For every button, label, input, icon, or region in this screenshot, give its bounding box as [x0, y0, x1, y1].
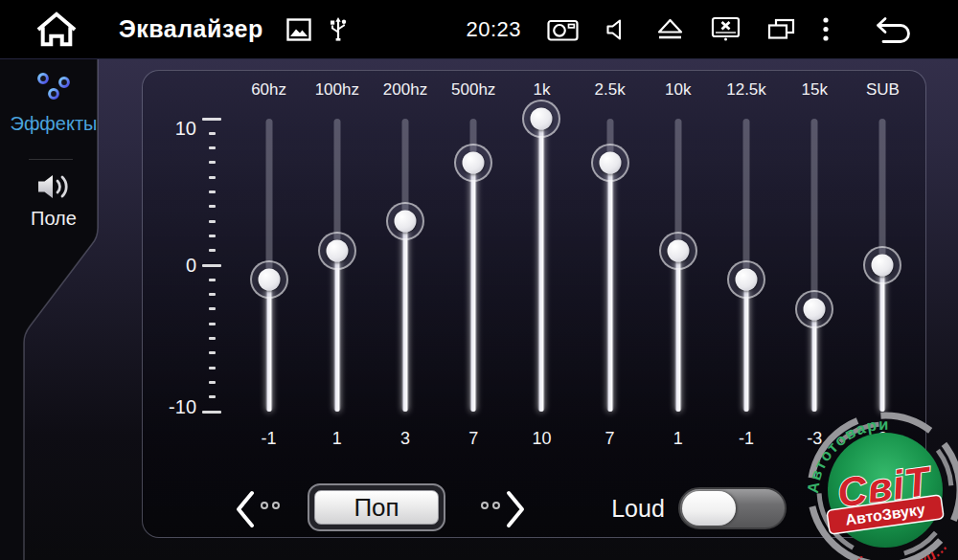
scale-tick	[209, 381, 216, 384]
scale-tick	[209, 351, 216, 354]
band-value-label: -1	[739, 429, 754, 449]
preset-next-dots	[481, 502, 500, 509]
preset-prev-button[interactable]	[234, 489, 257, 533]
band-freq-label: 60hz	[251, 80, 286, 105]
band-slider[interactable]	[657, 119, 699, 412]
store-watermark-logo: Автотовари СвіТ АвтоЗвуку і не тільки...	[801, 406, 958, 560]
eq-band-10k: 10k1	[644, 71, 712, 463]
eq-scale-ticks	[202, 71, 221, 537]
slider-track-active	[471, 163, 476, 412]
slider-thumb[interactable]	[659, 232, 697, 270]
menu-dots-icon[interactable]	[822, 16, 830, 43]
band-freq-label: 2.5k	[595, 80, 626, 105]
sidebar-item-effects[interactable]: Эффекты	[0, 69, 107, 135]
slider-thumb[interactable]	[318, 232, 356, 270]
loud-toggle-knob[interactable]	[682, 491, 736, 526]
slider-thumb-knob	[395, 211, 417, 233]
slider-thumb-knob	[326, 239, 348, 261]
usb-icon[interactable]	[327, 15, 350, 44]
eq-bands: 60hz-1100hz1200hz3500hz71k102.5k710k112.…	[235, 71, 917, 463]
scale-tick	[209, 176, 216, 179]
band-slider[interactable]	[725, 119, 767, 412]
slider-thumb[interactable]	[386, 202, 424, 240]
scale-tick	[209, 337, 216, 340]
loud-toggle[interactable]	[678, 487, 787, 529]
loud-label: Loud	[593, 495, 683, 523]
band-value-label: 1	[673, 429, 683, 449]
band-freq-label: 500hz	[451, 80, 495, 105]
eq-band-1k: 1k10	[508, 71, 576, 463]
sidebar-divider	[29, 159, 73, 160]
band-slider[interactable]	[248, 119, 290, 412]
scale-tick	[202, 411, 221, 414]
back-icon[interactable]	[874, 15, 918, 44]
eq-band-100hz: 100hz1	[303, 71, 371, 463]
band-freq-label: 100hz	[315, 80, 359, 105]
eq-band-15k: 15k-3	[781, 71, 849, 463]
scale-mid-label: 0	[150, 255, 196, 277]
scale-tick	[209, 323, 216, 325]
equalizer-sliders-icon	[37, 69, 70, 105]
preset-next-button[interactable]	[504, 489, 527, 533]
scale-tick	[209, 205, 216, 208]
slider-thumb-knob	[804, 298, 826, 320]
slider-thumb[interactable]	[454, 144, 492, 182]
slider-track-active	[607, 163, 612, 412]
slider-thumb[interactable]	[795, 290, 833, 328]
slider-thumb-knob	[736, 269, 758, 291]
slider-thumb[interactable]	[591, 144, 629, 182]
band-slider[interactable]	[452, 119, 494, 412]
slider-thumb-knob	[599, 151, 621, 173]
preset-button[interactable]: Поп	[308, 483, 445, 531]
sidebar-item-field[interactable]: Поле	[0, 171, 107, 230]
eject-icon[interactable]	[655, 17, 685, 42]
eq-band-SUB: SUB0	[849, 71, 917, 463]
image-icon[interactable]	[286, 18, 311, 41]
sidebar-item-effects-label: Эффекты	[11, 113, 98, 135]
slider-thumb[interactable]	[522, 100, 560, 138]
slider-track-active	[744, 280, 749, 412]
sidebar-item-field-label: Поле	[31, 208, 77, 230]
slider-thumb[interactable]	[863, 246, 901, 284]
band-slider[interactable]	[861, 119, 903, 412]
slider-track-active	[675, 251, 680, 412]
home-icon[interactable]	[33, 10, 80, 50]
band-freq-label: 12.5k	[726, 80, 766, 105]
band-slider[interactable]	[384, 119, 426, 412]
band-value-label: 7	[468, 429, 478, 449]
screen-off-icon[interactable]	[711, 16, 741, 42]
eq-band-2.5k: 2.5k7	[576, 71, 644, 463]
band-freq-label: SUB	[866, 80, 900, 105]
slider-thumb-knob	[872, 255, 894, 277]
band-value-label: 3	[400, 429, 410, 449]
scale-tick	[202, 264, 221, 267]
slider-thumb[interactable]	[250, 260, 288, 299]
band-slider[interactable]	[589, 119, 631, 412]
preset-button-label: Поп	[314, 490, 439, 525]
band-freq-label: 10k	[665, 80, 691, 105]
slider-track-active	[539, 119, 544, 412]
scale-tick	[209, 367, 216, 370]
scale-min-label: -10	[150, 396, 196, 418]
scale-tick	[209, 395, 216, 398]
topbar: Эквалайзер 20:23	[0, 0, 958, 59]
band-slider[interactable]	[793, 119, 835, 412]
band-slider[interactable]	[316, 119, 358, 412]
car-stereo-screen: Эквалайзер 20:23	[0, 0, 958, 560]
camera-icon[interactable]	[547, 17, 579, 41]
recent-apps-icon[interactable]	[766, 17, 796, 41]
eq-band-500hz: 500hz7	[440, 71, 508, 463]
slider-thumb-knob	[258, 269, 280, 291]
band-slider[interactable]	[520, 119, 562, 412]
scale-tick	[209, 146, 216, 149]
speaker-icon[interactable]	[604, 17, 629, 42]
eq-band-60hz: 60hz-1	[235, 71, 303, 463]
band-value-label: 1	[332, 429, 342, 449]
slider-track-active	[334, 251, 339, 412]
scale-tick	[209, 293, 216, 296]
slider-thumb[interactable]	[727, 260, 765, 299]
scale-tick	[209, 220, 216, 223]
slider-track-active	[880, 265, 885, 412]
scale-tick	[209, 161, 216, 164]
band-freq-label: 200hz	[383, 80, 427, 105]
